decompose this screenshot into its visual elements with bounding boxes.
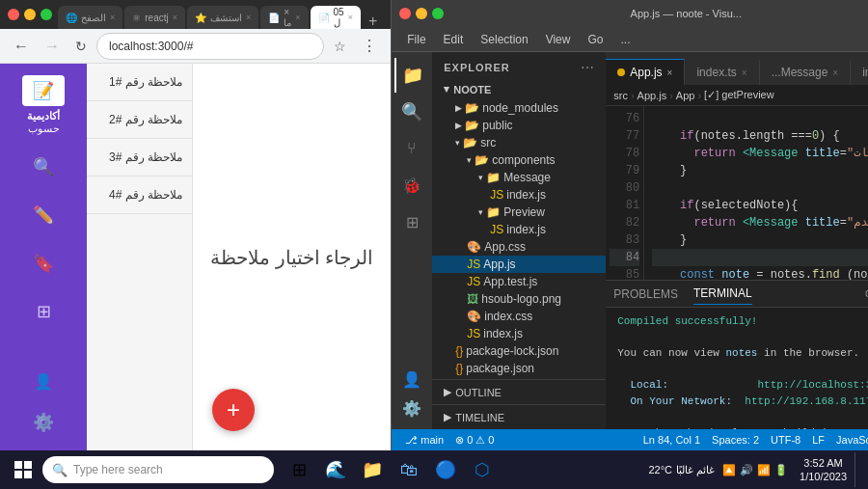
taskbar-icon-view[interactable]: ⊞ [282, 450, 316, 489]
status-errors[interactable]: ⊗ 0 ⚠ 0 [449, 434, 500, 447]
tab-close-4[interactable]: × [348, 13, 353, 22]
maximize-control[interactable] [41, 9, 52, 20]
editor-tab-indexts[interactable]: index.ts × [685, 60, 759, 85]
tab-close-1[interactable]: × [173, 13, 177, 22]
close-control[interactable] [8, 9, 19, 20]
tree-node-modules[interactable]: ▶ 📂 node_modules [432, 99, 606, 117]
tree-apptestjs[interactable]: JS App.test.js [432, 273, 606, 290]
tree-hsoubpng[interactable]: 🖼 hsoub-logo.png [432, 290, 606, 308]
taskbar-search[interactable]: 🔍 Type here search [42, 456, 274, 483]
start-button[interactable] [4, 450, 42, 489]
browser-tab-3[interactable]: 📄 × ما × [260, 6, 308, 29]
sidebar-icon-grid[interactable]: ⊞ [27, 295, 60, 328]
nav-refresh-button[interactable]: ↻ [69, 37, 93, 56]
tree-public[interactable]: ▶ 📂 public [432, 117, 606, 134]
note-item-3[interactable]: ملاحظة رقم #3 [87, 139, 192, 177]
status-line-ending[interactable]: LF [806, 434, 830, 446]
explorer-more-icon[interactable]: ⋯ [581, 60, 594, 75]
activity-debug[interactable]: 🐞 [394, 168, 429, 203]
browser-tab-0[interactable]: 🌐 الصفح × [58, 6, 122, 29]
sidebar-icon-settings[interactable]: ⚙️ [27, 406, 60, 439]
sidebar-icon-search[interactable]: 🔍 [27, 150, 60, 183]
bc-appjs[interactable]: App.js [637, 90, 667, 101]
status-language[interactable]: JavaScript [830, 434, 868, 446]
bookmark-button[interactable]: ☆ [328, 37, 352, 56]
tree-components[interactable]: ▾ 📂 components [432, 151, 606, 169]
tab-close-msg[interactable]: × [832, 68, 838, 78]
bc-app[interactable]: App [676, 90, 695, 101]
bc-src[interactable]: src [613, 90, 628, 101]
code-editor[interactable]: 7677787980 8182838485 8687888990 919293 … [606, 106, 868, 280]
address-bar[interactable]: localhost:3000/# [96, 33, 324, 60]
explorer-root[interactable]: ▾ NOOTE [432, 79, 606, 99]
menu-go[interactable]: Go [580, 31, 610, 48]
editor-tab-indexjs[interactable]: index.js × [851, 60, 868, 85]
show-desktop[interactable] [854, 452, 860, 487]
tree-message-index[interactable]: JS index.js [432, 186, 606, 204]
activity-settings[interactable]: ⚙️ [394, 391, 429, 425]
tree-indexjs[interactable]: JS index.js [432, 325, 606, 342]
note-item-2[interactable]: ملاحظة رقم #2 [87, 101, 192, 139]
menu-file[interactable]: File [399, 31, 433, 48]
tab-problems[interactable]: PROBLEMS [613, 284, 678, 305]
outline-section[interactable]: ▶ OUTLINE [432, 379, 606, 404]
sidebar-icon-profile[interactable]: 👤 [34, 372, 53, 391]
activity-extensions[interactable]: ⊞ [394, 204, 429, 239]
tree-appjs[interactable]: JS App.js [432, 256, 606, 273]
taskbar-clock[interactable]: 3:52 AM 1/10/2023 [796, 456, 851, 484]
taskbar-systray[interactable]: 🔼 🔊 📶 🔋 [719, 464, 792, 476]
browser-tab-2[interactable]: ⭐ استشف × [187, 6, 258, 29]
new-tab-button[interactable]: + [363, 14, 383, 29]
tab-close-2[interactable]: × [246, 13, 251, 22]
menu-selection[interactable]: Selection [473, 31, 535, 48]
tree-preview-index[interactable]: JS index.js [432, 221, 606, 238]
timeline-section[interactable]: ▶ TIMELINE [432, 404, 606, 429]
bc-getpreview[interactable]: [✓] getPreview [704, 89, 774, 101]
vscode-min-btn[interactable] [416, 8, 427, 19]
terminal-content[interactable]: Compiled successfully! You can now view … [606, 308, 868, 429]
activity-git[interactable]: ⑂ [394, 131, 429, 166]
activity-explorer[interactable]: 📁 [394, 58, 429, 93]
tree-preview[interactable]: ▾ 📁 Preview [432, 204, 606, 221]
taskbar-icon-chrome[interactable]: 🔵 [428, 450, 463, 489]
activity-search[interactable]: 🔍 [394, 95, 429, 129]
note-item-4[interactable]: ملاحظة رقم #4 [87, 177, 192, 214]
settings-button[interactable]: ⋮ [356, 35, 383, 57]
menu-view[interactable]: View [538, 31, 579, 48]
tree-indexcss[interactable]: 🎨 index.css [432, 308, 606, 325]
tab-terminal[interactable]: TERMINAL [693, 283, 752, 305]
browser-tab-4[interactable]: 📄 05 ل × [311, 6, 361, 29]
tree-appcss[interactable]: 🎨 App.css [432, 238, 606, 256]
browser-tab-1[interactable]: ⚛ reactj × [124, 6, 185, 29]
vscode-max-btn[interactable] [432, 8, 444, 19]
taskbar-icon-explorer[interactable]: 📁 [355, 450, 390, 489]
add-note-button[interactable]: + [212, 389, 255, 431]
nav-back-button[interactable]: ← [8, 36, 35, 57]
status-spaces[interactable]: Spaces: 2 [706, 434, 765, 446]
minimize-control[interactable] [24, 9, 36, 20]
note-item-1[interactable]: ملاحظة رقم #1 [87, 64, 192, 101]
menu-edit[interactable]: Edit [436, 31, 472, 48]
editor-tab-appjs[interactable]: App.js × [606, 59, 685, 85]
tree-pkg[interactable]: {} package.json [432, 360, 606, 377]
tab-close-indexts[interactable]: × [742, 68, 747, 78]
tab-close-3[interactable]: × [295, 13, 300, 22]
editor-tab-message[interactable]: ...Message × [760, 60, 852, 85]
tree-message[interactable]: ▾ 📁 Message [432, 169, 606, 186]
tab-close-appjs[interactable]: × [667, 68, 673, 78]
taskbar-icon-store[interactable]: 🛍 [392, 450, 426, 489]
taskbar-icon-vscode[interactable]: ⬡ [465, 450, 500, 489]
status-encoding[interactable]: UTF-8 [765, 434, 806, 446]
tab-close-0[interactable]: × [110, 13, 115, 22]
tree-src[interactable]: ▾ 📂 src [432, 134, 606, 151]
tree-pkglock[interactable]: {} package-lock.json [432, 342, 606, 360]
sidebar-icon-bookmark[interactable]: 🔖 [27, 247, 60, 280]
taskbar-icon-edge[interactable]: 🌊 [318, 450, 353, 489]
sidebar-icon-edit[interactable]: ✏️ [27, 199, 60, 231]
menu-more[interactable]: ... [612, 31, 637, 48]
status-branch[interactable]: ⎇ main [399, 434, 449, 447]
activity-account[interactable]: 👤 [402, 370, 421, 389]
vscode-close-btn[interactable] [399, 8, 411, 19]
nav-forward-button[interactable]: → [39, 36, 66, 57]
status-ln[interactable]: Ln 84, Col 1 [637, 434, 706, 446]
